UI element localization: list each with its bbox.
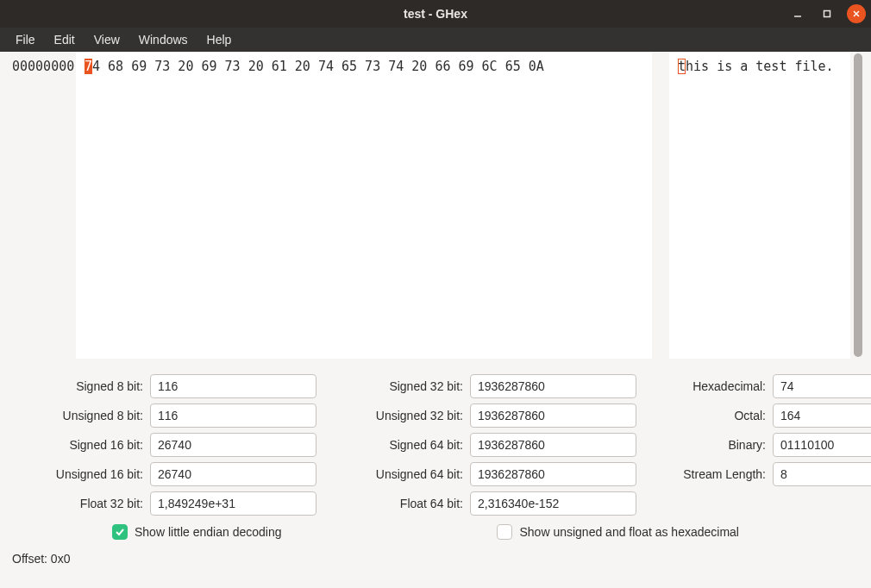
menubar: File Edit View Windows Help [0,28,871,52]
signed64-label: Signed 64 bit: [325,438,463,452]
binary-input[interactable] [773,433,871,457]
unsigned32-input[interactable] [470,403,636,428]
float32-input[interactable] [150,491,316,516]
menu-view[interactable]: View [85,30,128,49]
offset-value: 00000000 [12,59,74,74]
hexadecimal-input[interactable] [773,374,871,398]
titlebar: test - GHex [0,0,871,28]
menu-windows[interactable]: Windows [130,30,197,49]
scrollbar-thumb[interactable] [854,53,862,357]
float64-input[interactable] [470,491,636,516]
svg-rect-1 [824,11,830,17]
window-controls [788,4,866,23]
hexadecimal-label: Hexadecimal: [645,379,766,393]
signed16-label: Signed 16 bit: [14,438,143,452]
hex-bytes[interactable]: 4 68 69 73 20 69 73 20 61 20 74 65 73 74… [92,59,544,74]
unsigned-hex-label: Show unsigned and float as hexadecimal [519,525,739,539]
signed32-label: Signed 32 bit: [325,379,463,393]
close-button[interactable] [847,4,866,23]
unsigned-hex-checkbox[interactable]: Show unsigned and float as hexadecimal [497,524,739,540]
unsigned16-label: Unsigned 16 bit: [14,467,143,481]
signed64-input[interactable] [470,433,636,457]
unsigned32-label: Unsigned 32 bit: [325,409,463,422]
options-row: Show little endian decoding Show unsigne… [0,516,871,540]
unsigned8-label: Unsigned 8 bit: [14,409,143,422]
check-icon [112,524,128,540]
offset-status: Offset: 0x0 [12,552,70,566]
ascii-cursor-char[interactable]: t [678,59,686,74]
hex-pane[interactable]: 74 68 69 73 20 69 73 20 61 20 74 65 73 7… [76,52,652,359]
signed16-input[interactable] [150,433,316,457]
octal-input[interactable] [773,403,871,428]
offset-column: 00000000 [7,52,76,359]
ascii-text[interactable]: his is a test file. [686,59,834,74]
maximize-button[interactable] [818,4,837,23]
menu-edit[interactable]: Edit [46,30,84,49]
statusbar: Offset: 0x0 [0,540,871,566]
stream-length-label: Stream Length: [645,467,766,481]
menu-file[interactable]: File [7,30,44,49]
unsigned8-input[interactable] [150,403,316,428]
pane-divider [652,52,669,359]
hex-cursor-nibble[interactable]: 7 [85,59,92,74]
unsigned64-label: Unsigned 64 bit: [325,467,463,481]
editor-area: 00000000 74 68 69 73 20 69 73 20 61 20 7… [0,52,871,359]
little-endian-label: Show little endian decoding [135,525,281,539]
stream-length-input[interactable] [773,462,871,486]
float64-label: Float 64 bit: [325,497,463,510]
vertical-scrollbar[interactable] [852,52,864,359]
signed8-label: Signed 8 bit: [14,379,143,393]
minimize-button[interactable] [788,4,807,23]
unsigned16-input[interactable] [150,462,316,486]
ascii-pane[interactable]: this is a test file. [669,52,850,359]
float32-label: Float 32 bit: [14,497,143,510]
octal-label: Octal: [645,409,766,422]
unsigned64-input[interactable] [470,462,636,486]
little-endian-checkbox[interactable]: Show little endian decoding [112,524,281,540]
signed32-input[interactable] [470,374,636,398]
menu-help[interactable]: Help [198,30,241,49]
binary-label: Binary: [645,438,766,452]
check-icon [497,524,512,540]
signed8-input[interactable] [150,374,316,398]
stream-length-stepper: − + [773,462,871,486]
window-title: test - GHex [404,7,467,21]
type-conversion-panel: Signed 8 bit: Unsigned 8 bit: Signed 16 … [0,359,871,516]
